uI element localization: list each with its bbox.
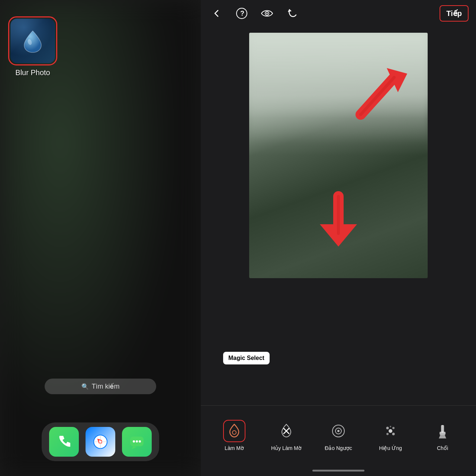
tool-lam-mo[interactable]: Làm Mờ — [218, 420, 251, 451]
tool-choi[interactable]: Chổi — [426, 420, 459, 451]
undo-icon — [286, 7, 298, 19]
svg-point-46 — [392, 432, 395, 435]
svg-point-11 — [139, 440, 141, 443]
dao-nguoc-icon — [330, 423, 347, 439]
hieu-ung-icon — [382, 423, 399, 439]
dock-phone-icon[interactable] — [49, 427, 79, 457]
tool-huy-lam-mo[interactable]: Hủy Làm Mờ — [270, 420, 303, 451]
undo-button[interactable] — [284, 5, 300, 22]
lam-mo-icon — [226, 423, 242, 439]
svg-point-44 — [386, 427, 389, 429]
left-panel: Blur Photo 🔍 Tìm kiếm — [0, 0, 201, 476]
svg-point-47 — [386, 433, 389, 435]
search-icon: 🔍 — [81, 383, 89, 390]
choi-brush-icon — [434, 423, 451, 439]
dao-nguoc-label: Đảo Ngược — [325, 445, 352, 451]
help-button[interactable]: ? — [234, 5, 250, 22]
messages-icon — [129, 434, 145, 450]
huy-lam-mo-icon-wrap — [275, 420, 298, 442]
hieu-ung-icon-wrap — [379, 420, 402, 442]
arrow-top-right — [353, 62, 413, 122]
photo-area: Magic Select — [201, 27, 476, 405]
svg-marker-8 — [132, 446, 137, 449]
search-label: Tìm kiếm — [92, 382, 120, 390]
tool-hieu-ung[interactable]: Hiệu Ứng — [374, 420, 407, 451]
phone-icon — [56, 434, 72, 450]
svg-point-37 — [232, 431, 236, 434]
dock-messages-icon[interactable] — [122, 427, 152, 457]
search-bar[interactable]: 🔍 Tìm kiếm — [45, 379, 156, 394]
eye-button[interactable] — [259, 5, 275, 22]
magic-select-label: Magic Select — [223, 352, 270, 364]
huy-lam-mo-icon — [278, 423, 295, 439]
dao-nguoc-icon-wrap — [327, 420, 350, 442]
app-icon-wrapper: Blur Photo — [8, 16, 57, 77]
app-name-label: Blur Photo — [15, 68, 50, 77]
back-icon — [211, 8, 222, 19]
arrow-bottom-center — [312, 189, 364, 248]
svg-point-48 — [390, 426, 391, 427]
next-button[interactable]: Tiếp — [440, 5, 469, 22]
svg-point-45 — [392, 427, 395, 429]
lam-mo-label: Làm Mờ — [225, 445, 244, 451]
choi-label: Chổi — [437, 445, 448, 451]
svg-point-9 — [133, 440, 135, 443]
svg-text:?: ? — [240, 10, 244, 17]
help-icon: ? — [236, 7, 248, 19]
app-icon-border — [8, 16, 57, 65]
huy-lam-mo-label: Hủy Làm Mờ — [271, 445, 302, 451]
svg-point-10 — [136, 440, 138, 443]
safari-icon — [92, 434, 109, 450]
lam-mo-icon-wrap — [223, 420, 245, 442]
home-indicator — [201, 465, 476, 476]
dock-safari-icon[interactable] — [86, 427, 115, 457]
svg-point-42 — [337, 430, 340, 432]
top-bar-left: ? — [208, 5, 300, 22]
svg-point-43 — [389, 429, 392, 433]
photo-container — [249, 33, 428, 278]
svg-point-0 — [27, 39, 33, 45]
svg-marker-16 — [288, 9, 292, 12]
svg-point-15 — [266, 13, 268, 14]
drop-icon — [20, 28, 46, 54]
home-bar — [312, 470, 364, 472]
back-button[interactable] — [208, 5, 225, 22]
svg-rect-50 — [440, 432, 446, 435]
bottom-toolbar: Làm Mờ Hủy Làm Mờ — [201, 405, 476, 465]
dock — [42, 422, 159, 461]
hieu-ung-label: Hiệu Ứng — [379, 445, 402, 451]
top-bar: ? Tiếp — [201, 0, 476, 27]
right-panel: ? Tiếp — [201, 0, 476, 476]
choi-icon-wrap — [431, 420, 454, 442]
blur-photo-app-icon[interactable] — [10, 19, 55, 63]
tool-dao-nguoc[interactable]: Đảo Ngược — [322, 420, 355, 451]
eye-icon — [261, 9, 273, 18]
svg-rect-49 — [441, 425, 444, 432]
